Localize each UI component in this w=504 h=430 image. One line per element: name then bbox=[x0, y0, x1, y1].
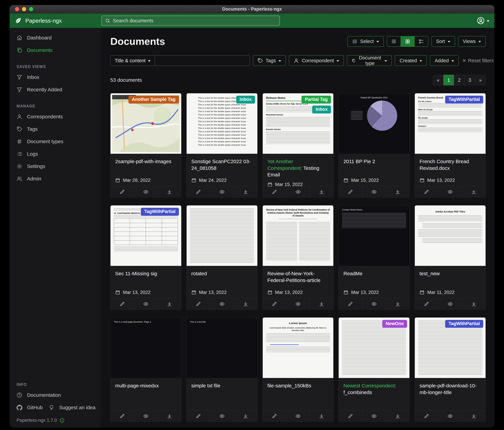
view-button[interactable] bbox=[286, 410, 310, 422]
page-button-1[interactable]: 1 bbox=[443, 75, 454, 85]
edit-button[interactable] bbox=[339, 298, 362, 309]
document-title[interactable]: test_new bbox=[420, 270, 481, 277]
document-thumbnail[interactable]: Release NotesSimba ODBC Driver for SQL S… bbox=[263, 93, 333, 154]
edit-button[interactable] bbox=[110, 410, 134, 422]
edit-button[interactable] bbox=[187, 298, 210, 309]
download-button[interactable] bbox=[386, 186, 409, 197]
view-button[interactable] bbox=[286, 298, 310, 309]
document-thumbnail[interactable]: Lorem ipsumLorem ipsum dolor sit amet, c… bbox=[263, 318, 333, 378]
previous-page-button[interactable]: « bbox=[433, 75, 443, 85]
sidebar-item-inbox[interactable]: Inbox bbox=[9, 71, 101, 84]
view-button[interactable] bbox=[362, 186, 386, 197]
document-thumbnail[interactable]: Patient BP Distribution 2011 bbox=[339, 93, 409, 154]
document-title[interactable]: rotated bbox=[191, 270, 253, 277]
document-thumbnail[interactable]: TagWithPartial bbox=[415, 318, 486, 378]
view-button[interactable] bbox=[362, 298, 386, 309]
sort-button[interactable]: Sort bbox=[432, 36, 455, 47]
created-filter-button[interactable]: Created bbox=[395, 55, 427, 66]
document-thumbnail[interactable]: Review of New York Federal Petitions for… bbox=[263, 206, 333, 266]
document-title[interactable]: ReadMe bbox=[343, 270, 405, 277]
close-button[interactable] bbox=[15, 7, 19, 11]
document-thumbnail[interactable]: This is a test file. bbox=[187, 318, 257, 378]
added-filter-button[interactable]: Added bbox=[430, 55, 459, 66]
tags-filter-button[interactable]: Tags bbox=[253, 55, 286, 66]
view-button[interactable] bbox=[210, 186, 234, 197]
document-title[interactable]: file-sample_150kBs bbox=[267, 382, 329, 389]
document-title[interactable]: 2011 BP Pie 2 bbox=[343, 158, 405, 165]
document-thumbnail[interactable]: Contact Sheet Demo bbox=[339, 206, 409, 266]
tag-pill[interactable]: TagWithPartial bbox=[141, 208, 179, 216]
document-thumbnail[interactable] bbox=[187, 206, 257, 266]
tag-pill[interactable]: Another Sample Tag bbox=[128, 96, 179, 103]
info-icon[interactable] bbox=[60, 418, 64, 423]
view-button[interactable] bbox=[134, 298, 158, 309]
document-title[interactable]: Sonstige ScanPC2022 03-24_081058 bbox=[191, 158, 253, 171]
document-thumbnail[interactable]: NewOne bbox=[339, 318, 409, 378]
document-title[interactable]: Review-of-New-York-Federal-Petitions-art… bbox=[267, 270, 329, 283]
document-thumbnail[interactable]: Another Sample Tag bbox=[110, 93, 181, 154]
edit-button[interactable] bbox=[415, 410, 438, 422]
download-button[interactable] bbox=[386, 298, 409, 309]
tag-pill[interactable]: TagWithPartial bbox=[445, 96, 483, 103]
sidebar-item-suggest-idea[interactable]: Suggest an idea bbox=[48, 401, 100, 414]
zoom-button[interactable] bbox=[29, 7, 33, 11]
edit-button[interactable] bbox=[110, 298, 134, 309]
document-correspondent[interactable]: Newest Correspondent: bbox=[343, 383, 396, 388]
document-title[interactable]: sample-pdf-download-10-mb-longer-title bbox=[420, 382, 481, 396]
view-button[interactable] bbox=[134, 410, 158, 422]
reset-filters-button[interactable]: × Reset filters bbox=[462, 57, 494, 64]
views-button[interactable]: Views bbox=[458, 36, 486, 47]
title-content-dropdown[interactable]: Title & content bbox=[110, 55, 155, 66]
grid-view-button[interactable] bbox=[401, 36, 415, 47]
download-button[interactable] bbox=[386, 410, 409, 422]
download-button[interactable] bbox=[158, 186, 181, 197]
details-view-button[interactable] bbox=[414, 36, 428, 47]
download-button[interactable] bbox=[158, 410, 181, 422]
edit-button[interactable] bbox=[263, 298, 286, 309]
sidebar-item-correspondents[interactable]: Correspondents bbox=[9, 111, 101, 123]
edit-button[interactable] bbox=[415, 186, 438, 197]
view-button[interactable] bbox=[362, 410, 386, 422]
download-button[interactable] bbox=[158, 298, 181, 309]
document-type-filter-button[interactable]: Document type bbox=[347, 55, 392, 66]
view-button[interactable] bbox=[286, 186, 310, 197]
correspondent-filter-button[interactable]: Correspondent bbox=[289, 55, 344, 66]
download-button[interactable] bbox=[234, 410, 257, 422]
brand[interactable]: Paperless-ngx bbox=[15, 17, 101, 24]
sidebar-item-document-types[interactable]: Document types bbox=[9, 135, 101, 148]
download-button[interactable] bbox=[310, 410, 333, 422]
view-button[interactable] bbox=[210, 298, 234, 309]
view-button[interactable] bbox=[438, 186, 462, 197]
tag-pill[interactable]: Partial Tag bbox=[301, 96, 331, 103]
document-title[interactable]: Yet Another Correspondent: Testing Email bbox=[267, 158, 329, 178]
document-title[interactable]: 2sample-pdf-with-images bbox=[115, 158, 177, 165]
edit-button[interactable] bbox=[187, 186, 210, 197]
download-button[interactable] bbox=[462, 410, 486, 422]
sidebar-item-tags[interactable]: Tags bbox=[9, 123, 101, 135]
sidebar-item-documents[interactable]: Documents bbox=[9, 44, 101, 56]
filter-text-input[interactable] bbox=[155, 55, 250, 66]
edit-button[interactable] bbox=[339, 186, 362, 197]
view-button[interactable] bbox=[210, 410, 234, 422]
document-title[interactable]: multi-page-mixedxx bbox=[115, 382, 177, 389]
download-button[interactable] bbox=[234, 298, 257, 309]
minimize-button[interactable] bbox=[22, 7, 26, 11]
document-title[interactable]: Newest Correspondent: f_combineds bbox=[343, 382, 405, 396]
document-thumbnail[interactable]: This is a test for the double space char… bbox=[187, 93, 257, 154]
download-button[interactable] bbox=[310, 298, 333, 309]
view-button[interactable] bbox=[134, 186, 158, 197]
tag-pill[interactable]: NewOne bbox=[382, 320, 407, 328]
document-title[interactable]: simple txt file bbox=[191, 382, 253, 389]
page-button-3[interactable]: 3 bbox=[464, 75, 475, 85]
document-thumbnail[interactable]: French Country BreadFor the Leaven:Make … bbox=[415, 93, 486, 154]
edit-button[interactable] bbox=[187, 410, 210, 422]
edit-button[interactable] bbox=[110, 186, 134, 197]
sidebar-item-documentation[interactable]: Documentation bbox=[9, 389, 101, 401]
page-button-2[interactable]: 2 bbox=[454, 75, 465, 85]
edit-button[interactable] bbox=[415, 298, 438, 309]
sidebar-item-dashboard[interactable]: Dashboard bbox=[9, 32, 101, 44]
download-button[interactable] bbox=[462, 298, 486, 309]
document-thumbnail[interactable]: 11. CONTINUING MEDICAL EDUCA TagWithPart… bbox=[110, 206, 181, 266]
next-page-button[interactable]: » bbox=[475, 75, 486, 85]
document-thumbnail[interactable]: Adobe Acrobat PDF Files bbox=[415, 206, 486, 266]
